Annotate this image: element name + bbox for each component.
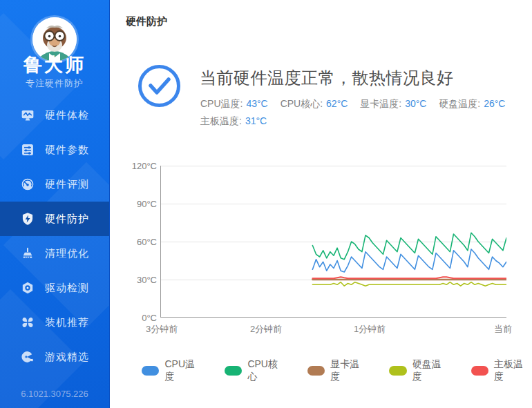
sidebar-item-label: 清理优化 [45,247,89,260]
x-axis-tick: 2分钟前 [245,323,287,336]
sidebar-item-hardware-params[interactable]: 硬件参数 [0,133,109,167]
sidebar-item-game-featured[interactable]: 游戏精选 [0,340,109,374]
sidebar-item-driver-detect[interactable]: 驱动检测 [0,271,109,305]
pacman-icon [21,350,35,364]
sidebar-item-hardware-exam[interactable]: 硬件体检 [0,98,109,133]
sidebar-item-build-recommend[interactable]: 装机推荐 [0,305,109,340]
x-axis-tick: 3分钟前 [146,323,178,336]
metric-gpu-temp: 显卡温度:30°C [360,98,426,109]
metric-cpu-core: CPU核心:62°C [281,98,348,109]
nut-icon [21,281,35,295]
legend-item-disk-temp: 硬盘温度 [389,358,450,383]
app-name: 鲁大师 [0,52,109,77]
y-axis-tick: 0°C [120,313,157,323]
legend-item-board-temp: 主板温度 [471,358,532,383]
main-content: 硬件防护 当前硬件温度正常，散热情况良好 CPU温度:43°C CPU核心:62… [110,0,532,408]
metrics-row-2: 主板温度:31°C [200,113,515,130]
sidebar-item-label: 硬件体检 [45,109,89,122]
metric-disk-temp: 硬盘温度:26°C [439,98,505,109]
sidebar: 鲁大师 专注硬件防护 硬件体检 [0,0,110,408]
x-axis-tick: 当前 [487,323,512,336]
app-tagline: 专注硬件防护 [0,77,109,90]
monitor-pulse-icon [21,108,35,122]
sidebar-item-label: 驱动检测 [45,282,89,295]
legend-swatch-cpu-core [225,366,242,376]
sidebar-item-label: 游戏精选 [45,351,89,364]
metrics-row-1: CPU温度:43°C CPU核心:62°C 显卡温度:30°C 硬盘温度:26°… [200,95,515,113]
status-headline: 当前硬件温度正常，散热情况良好 [200,67,454,89]
x-axis-tick: 1分钟前 [349,323,390,336]
page-title: 硬件防护 [126,15,167,28]
sidebar-menu: 硬件体检 硬件参数 [0,98,109,374]
y-axis-tick: 30°C [120,275,157,285]
temperature-metrics: CPU温度:43°C CPU核心:62°C 显卡温度:30°C 硬盘温度:26°… [200,95,515,130]
gauge-icon [21,177,35,191]
sidebar-item-label: 硬件参数 [45,144,89,157]
metric-cpu-temp: CPU温度:43°C [200,98,268,109]
app-window: 鲁大师 专注硬件防护 硬件体检 [0,0,532,408]
y-axis-tick: 60°C [120,237,157,247]
status-ok-check-icon [137,64,181,108]
sidebar-item-label: 硬件评测 [45,178,89,191]
y-axis-tick: 90°C [120,199,157,209]
sidebar-item-hardware-protection[interactable]: 硬件防护 [0,202,109,236]
temperature-line-chart [160,166,506,318]
shield-bolt-icon [21,212,35,226]
sidebar-item-hardware-benchmark[interactable]: 硬件评测 [0,167,109,202]
legend-item-cpu-temp: CPU温度 [142,358,204,383]
metric-board-temp: 主板温度:31°C [200,115,267,126]
sidebar-item-cleanup-optimize[interactable]: 清理优化 [0,236,109,271]
legend-swatch-disk-temp [389,366,406,376]
legend-swatch-gpu-temp [307,366,325,376]
legend-item-cpu-core: CPU核心 [225,358,287,383]
broom-icon [21,246,35,260]
app-version: 6.1021.3075.226 [0,389,109,399]
y-axis-tick: 120°C [120,161,157,171]
legend-swatch-cpu-temp [142,366,159,376]
clover-icon [21,315,35,329]
sidebar-item-label: 装机推荐 [45,316,89,329]
legend-item-gpu-temp: 显卡温度 [307,358,368,383]
sliders-icon [21,143,35,157]
sidebar-item-label: 硬件防护 [45,213,89,226]
legend-swatch-board-temp [471,366,488,376]
chart-legend: CPU温度 CPU核心 显卡温度 硬盘温度 主板温度 [142,358,532,383]
